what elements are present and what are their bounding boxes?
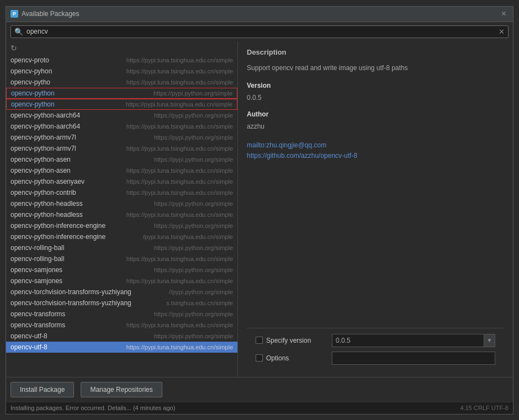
package-url: https://pypi.python.org/simple [154, 200, 233, 207]
install-package-button[interactable]: Install Package [10, 382, 74, 397]
list-item[interactable]: opencv-python-asenhttps://pypi.tuna.tsin… [6, 165, 237, 176]
package-name: opencv-python-headless [10, 211, 83, 219]
list-item[interactable]: opencv-rolling-ballhttps://pypi.tuna.tsi… [6, 253, 237, 264]
options-section: Specify version ▼ Options [247, 328, 504, 370]
clear-search-icon[interactable]: ✕ [499, 28, 505, 36]
package-name: opencv-pytho [10, 78, 50, 86]
package-name: opencv-python-aarch64 [10, 123, 80, 130]
footer-row: Install Package Manage Repositories [6, 377, 513, 402]
package-name: opencv-python [11, 89, 55, 97]
package-url: https://pypi.tuna.tsinghua.edu.cn/simple [126, 167, 233, 174]
package-url: https://pypi.tuna.tsinghua.edu.cn/simple [126, 145, 233, 152]
package-url: https://pypi.tuna.tsinghua.edu.cn/simple [126, 322, 233, 328]
package-url: https://pypi.python.org/simple [153, 90, 232, 97]
author-value: azzhu [247, 123, 504, 130]
specify-version-checkbox-wrapper: Specify version [256, 337, 327, 344]
specify-version-label: Specify version [266, 337, 311, 344]
list-item[interactable]: opencv-python-headlesshttps://pypi.pytho… [6, 198, 237, 209]
version-value: 0.0.5 [247, 94, 504, 102]
package-name: opencv-python-asen [10, 167, 71, 174]
package-name: opencv-samjones [10, 277, 62, 285]
description-text: Support opencv read and write image usin… [247, 63, 504, 73]
list-item[interactable]: opencv-samjoneshttps://pypi.python.org/s… [6, 264, 237, 275]
package-name: opencv-python-asenyaev [10, 178, 84, 185]
description-title: Description [247, 48, 504, 56]
package-name: opencv-python-headless [10, 200, 83, 208]
right-panel: Description Support opencv read and writ… [238, 41, 513, 377]
refresh-icon[interactable]: ↻ [10, 44, 17, 52]
mailto-link[interactable]: mailto:zhu.qingjie@qq.com [247, 140, 504, 151]
list-item[interactable]: opencv-python-inference-engine/pypi.tuna… [6, 231, 237, 242]
list-item[interactable]: opencv-torchvision-transforms-yuzhiyang/… [6, 286, 237, 297]
list-item[interactable]: opencv-protohttps://pypi.tuna.tsinghua.e… [6, 55, 237, 66]
package-url: https://pypi.tuna.tsinghua.edu.cn/simple [126, 344, 233, 350]
list-item[interactable]: opencv-pyhonhttps://pypi.tuna.tsinghua.e… [6, 66, 237, 77]
list-item[interactable]: opencv-rolling-ballhttps://pypi.python.o… [6, 242, 237, 253]
list-item[interactable]: opencv-python-armv7lhttps://pypi.python.… [6, 132, 237, 143]
package-name: opencv-python-contrib [10, 189, 76, 196]
list-item[interactable]: opencv-transformshttps://pypi.python.org… [6, 309, 237, 320]
version-input[interactable] [332, 334, 484, 347]
list-item[interactable]: opencv-python-aarch64https://pypi.tuna.t… [6, 121, 237, 132]
package-name: opencv-python-asen [10, 156, 71, 163]
packages-list: opencv-protohttps://pypi.tuna.tsinghua.e… [6, 55, 237, 377]
package-url: https://pypi.python.org/simple [154, 134, 233, 141]
dialog-titlebar: P Available Packages × [6, 7, 513, 22]
options-row: Options [256, 352, 495, 365]
author-label: Author [247, 110, 504, 118]
package-name: opencv-python-inference-engine [10, 222, 105, 230]
package-url: s.tsinghua.edu.cn/simple [166, 300, 233, 306]
list-item[interactable]: opencv-pythonhttps://pypi.python.org/sim… [6, 88, 237, 99]
list-item[interactable]: opencv-transformshttps://pypi.tuna.tsing… [6, 320, 237, 331]
options-input-wrapper [332, 352, 495, 365]
package-url: https://pypi.python.org/simple [154, 112, 233, 119]
package-name: opencv-torchvision-transforms-yuzhiyang [10, 288, 131, 296]
package-name: opencv-python-armv7l [10, 145, 76, 152]
title-left: P Available Packages [10, 10, 80, 18]
dialog-title: Available Packages [22, 10, 80, 18]
list-item[interactable]: opencv-utf-8https://pypi.tuna.tsinghua.e… [6, 342, 237, 353]
github-link[interactable]: https://github.com/azzhu/opencv-utf-8 [247, 151, 504, 161]
list-item[interactable]: opencv-python-armv7lhttps://pypi.tuna.ts… [6, 143, 237, 154]
list-item[interactable]: opencv-python-asenhttps://pypi.python.or… [6, 154, 237, 165]
package-url: https://pypi.tuna.tsinghua.edu.cn/simple [126, 189, 233, 196]
close-button[interactable]: × [499, 8, 509, 19]
options-label: Options [266, 354, 289, 362]
package-name: opencv-utf-8 [10, 332, 47, 340]
package-name: opencv-pyhon [10, 67, 52, 75]
search-icon: 🔍 [14, 28, 23, 36]
search-bar: 🔍 ✕ [6, 22, 513, 41]
list-item[interactable]: opencv-python-inference-enginehttps://py… [6, 220, 237, 231]
manage-repositories-button[interactable]: Manage Repositories [81, 382, 162, 397]
list-item[interactable]: opencv-torchvision-transforms-yuzhiyangs… [6, 297, 237, 309]
list-item[interactable]: opencv-python-contribhttps://pypi.tuna.t… [6, 187, 237, 198]
package-name: opencv-samjones [10, 266, 62, 274]
search-input[interactable] [27, 28, 495, 35]
specify-version-row: Specify version ▼ [256, 334, 495, 347]
list-item[interactable]: opencv-utf-8https://pypi.python.org/simp… [6, 331, 237, 342]
refresh-row: ↻ [6, 41, 237, 55]
list-item[interactable]: opencv-python-headlesshttps://pypi.tuna.… [6, 209, 237, 220]
list-item[interactable]: opencv-samjoneshttps://pypi.tuna.tsinghu… [6, 275, 237, 286]
package-name: opencv-proto [10, 56, 49, 64]
package-url: https://pypi.python.org/simple [154, 311, 233, 317]
options-checkbox[interactable] [256, 354, 263, 361]
list-item[interactable]: opencv-pythonhttps://pypi.tuna.tsinghua.… [6, 99, 237, 110]
list-item[interactable]: opencv-python-aarch64https://pypi.python… [6, 110, 237, 121]
status-right: 4.15 CRLF UTF-8 [460, 405, 509, 411]
version-dropdown-button[interactable]: ▼ [484, 334, 495, 347]
version-label: Version [247, 82, 504, 89]
list-item[interactable]: opencv-python-asenyaevhttps://pypi.tuna.… [6, 176, 237, 187]
options-input[interactable] [332, 352, 495, 365]
package-url: https://pypi.python.org/simple [154, 267, 233, 273]
package-name: opencv-transforms [10, 310, 65, 318]
package-url: https://pypi.python.org/simple [154, 333, 233, 339]
package-name: opencv-python-armv7l [10, 134, 76, 141]
package-url: https://pypi.tuna.tsinghua.edu.cn/simple [126, 278, 233, 284]
package-name: opencv-transforms [10, 321, 65, 329]
specify-version-checkbox[interactable] [256, 337, 263, 344]
list-item[interactable]: opencv-pythohttps://pypi.tuna.tsinghua.e… [6, 77, 237, 88]
package-url: https://pypi.tuna.tsinghua.edu.cn/simple [126, 101, 232, 108]
search-wrapper: 🔍 ✕ [10, 25, 509, 38]
package-url: https://pypi.tuna.tsinghua.edu.cn/simple [126, 178, 233, 185]
